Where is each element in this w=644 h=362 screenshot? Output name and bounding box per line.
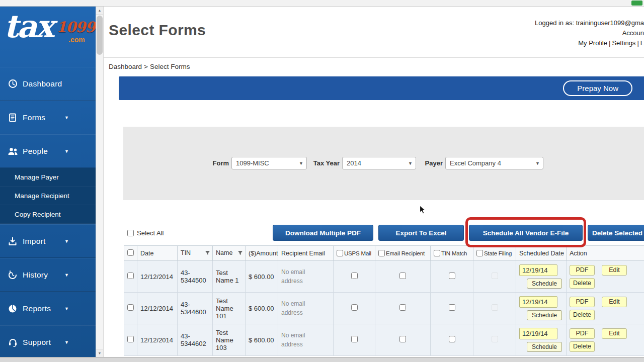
edit-button[interactable]: Edit [602,328,627,339]
row-checkbox[interactable] [127,336,134,342]
account-link[interactable]: Accoun [535,28,644,38]
pdf-button[interactable]: PDF [570,297,595,307]
chevron-down-icon: ▼ [64,273,69,278]
col-header-scheduled-date: Scheduled Date [516,246,567,261]
download-multiple-pdf-button[interactable]: Download Multiple PDF [273,225,373,241]
sidebar-item-import[interactable]: Import ▼ [0,224,96,258]
scrollbar-up-arrow-icon[interactable]: ▲ [96,7,103,15]
scheduled-date-input[interactable] [519,264,557,276]
usps-mail-checkbox[interactable] [351,336,358,342]
email-recipient-header-checkbox[interactable] [378,250,385,256]
chevron-down-icon: ▼ [64,115,69,120]
tin-cell: 43-5344602 [178,324,213,356]
prepay-now-button[interactable]: Prepay Now [563,80,632,96]
schedule-button[interactable]: Schedule [527,310,562,320]
header-select-checkbox[interactable] [127,249,134,256]
delete-selected-button[interactable]: Delete Selected [588,225,644,241]
sidebar-item-reports[interactable]: Reports ▼ [0,292,96,325]
filter-funnel-icon[interactable] [205,250,210,257]
schedule-all-vendor-efile-button[interactable]: Schedule All Vendor E-File [469,225,583,241]
sidebar-item-people[interactable]: People ▼ [0,134,96,168]
sidebar-item-label: History [23,270,48,280]
tin-match-checkbox[interactable] [449,304,455,311]
export-to-excel-button[interactable]: Export To Excel [378,225,464,241]
select-all-checkbox[interactable] [127,230,134,236]
sidebar-item-history[interactable]: History ▼ [0,258,96,292]
tin-match-checkbox[interactable] [449,273,455,279]
settings-link[interactable]: Settings [612,39,635,47]
scrollbar-thumb[interactable] [97,16,103,55]
logged-in-as-text: Logged in as: traininguser1099@gma [535,18,644,28]
pdf-button[interactable]: PDF [570,328,595,339]
col-header-usps-mail: USPS Mail [334,246,375,261]
logout-link[interactable]: L [640,39,644,47]
recipient-email-cell: No email address [278,293,334,324]
edit-button[interactable]: Edit [602,265,627,276]
table-toolbar: Select All Download Multiple PDF Export … [123,223,644,245]
sidebar: tax 1099 .com Dashboard Forms ▼ [0,7,96,357]
chevron-down-icon: ▼ [535,157,540,169]
select-all-label: Select All [137,229,164,237]
prepay-banner: Prepay Now [119,76,644,100]
scheduled-date-input[interactable] [519,296,557,308]
sidebar-item-manage-recipient[interactable]: Manage Recipient [0,187,96,205]
email-recipient-checkbox[interactable] [399,336,406,342]
schedule-button[interactable]: Schedule [527,279,562,289]
name-cell: Test Name 103 [213,324,246,356]
sidebar-item-copy-recipient[interactable]: Copy Recipient [0,205,96,224]
select-all[interactable]: Select All [127,229,164,237]
amount-cell: $ 600.00 [246,324,278,356]
col-header-recipient-email: Recipient Email [278,246,334,261]
content-scrollbar[interactable]: ▲ ▼ [96,7,104,357]
sidebar-item-label: Import [23,237,46,246]
scheduled-date-input[interactable] [519,328,557,339]
usps-mail-checkbox[interactable] [351,273,358,279]
col-header-action: Action [567,246,644,261]
row-checkbox[interactable] [127,304,134,311]
pdf-button[interactable]: PDF [570,265,595,276]
forms-table: Date TIN Name ($)Amount Recipient Email … [124,245,644,356]
usps-mail-header-checkbox[interactable] [337,250,343,256]
sidebar-item-support[interactable]: Support ▼ [0,325,96,359]
sidebar-item-label: Support [23,338,51,347]
action-cell: PDF Edit Delete [567,293,644,324]
tax1099-select-forms-page: tax 1099 .com Dashboard Forms ▼ [0,0,644,362]
page-header: Select Forms Logged in as: traininguser1… [104,7,644,58]
state-filing-header-checkbox[interactable] [476,250,483,256]
tin-match-checkbox[interactable] [449,336,455,342]
sidebar-item-forms[interactable]: Forms ▼ [0,101,96,134]
delete-button[interactable]: Delete [570,278,595,289]
sidebar-item-manage-payer[interactable]: Manage Payer [0,168,96,187]
tax1099-logo[interactable]: tax 1099 .com [0,7,96,57]
submenu-item-label: Manage Recipient [15,192,69,200]
edit-button[interactable]: Edit [602,297,627,307]
amount-cell: $ 600.00 [246,261,278,293]
delete-button[interactable]: Delete [570,310,595,320]
breadcrumb-dashboard-link[interactable]: Dashboard [109,63,142,70]
delete-button[interactable]: Delete [570,341,595,352]
browser-extension-icon[interactable] [631,1,642,6]
payer-select[interactable]: Excel Company 4 ▼ [445,157,543,169]
submenu-item-label: Copy Recipient [15,211,61,218]
import-icon [7,236,18,246]
email-recipient-checkbox[interactable] [399,273,406,279]
my-profile-link[interactable]: My Profile [578,39,607,47]
sidebar-item-dashboard[interactable]: Dashboard [0,67,96,101]
filter-panel: Form 1099-MISC ▼ Tax Year 2014 ▼ Payer E… [123,127,644,200]
sidebar-item-label: Reports [23,304,51,313]
scheduled-date-cell: Schedule [516,293,567,324]
scrollbar-down-arrow-icon[interactable]: ▼ [96,349,103,357]
sidebar-item-label: People [23,147,48,156]
email-recipient-checkbox[interactable] [399,304,406,311]
row-checkbox[interactable] [127,273,134,279]
usps-mail-checkbox[interactable] [351,304,358,311]
mouse-cursor [419,205,427,217]
schedule-button[interactable]: Schedule [527,342,562,352]
filter-funnel-icon[interactable] [237,250,243,257]
tin-match-header-checkbox[interactable] [434,250,440,256]
action-cell: PDF Edit Delete [567,261,644,293]
history-icon [7,270,18,280]
sidebar-menu: Dashboard Forms ▼ People ▼ Manage Payer [0,67,96,359]
tin-cell: 43-5344600 [178,293,213,324]
scheduled-date-cell: Schedule [516,324,567,356]
